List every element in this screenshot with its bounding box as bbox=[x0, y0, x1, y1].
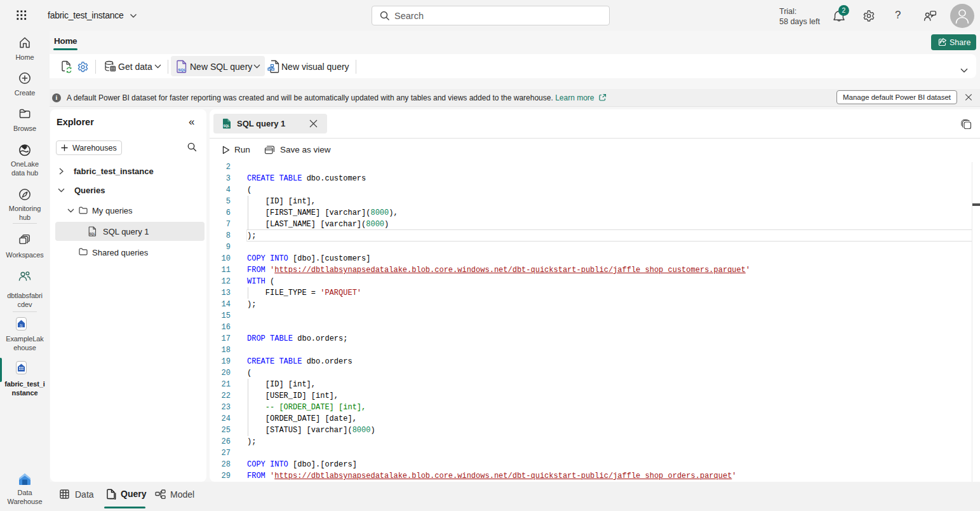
svg-text:SQL: SQL bbox=[178, 67, 186, 72]
svg-text:SQL: SQL bbox=[90, 233, 96, 236]
svg-text:SQL: SQL bbox=[224, 125, 230, 128]
